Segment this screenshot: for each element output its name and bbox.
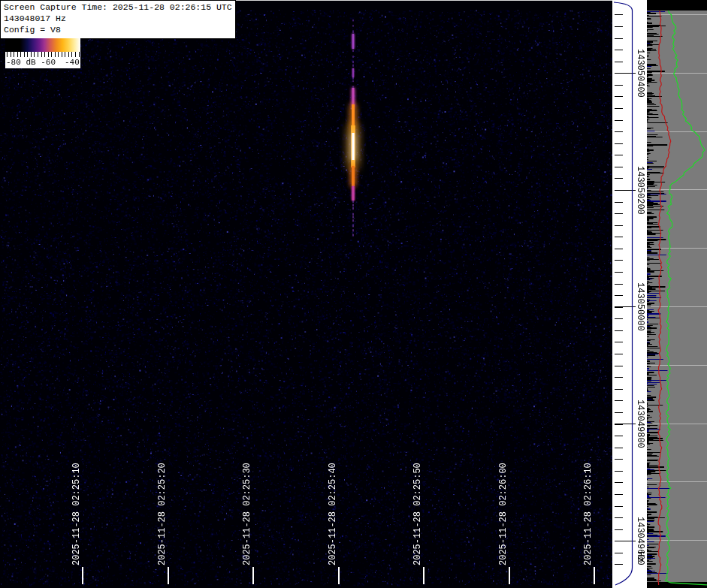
time-label: 2025-11-28 02:25:40 — [328, 463, 338, 565]
time-tick — [82, 567, 83, 584]
freq-label: 143050200 — [635, 166, 645, 215]
freq-label: 143050400 — [635, 49, 645, 98]
time-tick — [509, 567, 510, 584]
meteor-scatter-screen-capture: 2025-11-28 02:25:102025-11-28 02:25:2020… — [0, 0, 707, 588]
time-label: 2025-11-28 02:25:10 — [71, 463, 82, 565]
spectrum-canvas — [647, 0, 707, 588]
time-label: 2025-11-28 02:26:00 — [498, 463, 509, 565]
time-tick — [423, 567, 425, 584]
frequency-axis: 1430504001430502001430500001430498001430… — [612, 0, 647, 588]
legend-db-label: -40 — [65, 57, 80, 68]
time-label: 2025-11-28 02:26:10 — [583, 463, 594, 565]
legend-db-label: -80 dB -60 — [6, 57, 56, 68]
time-tick — [168, 567, 169, 584]
live-spectrum-panel — [647, 0, 707, 588]
freq-label: 143049800 — [635, 400, 645, 448]
time-label: 2025-11-28 02:25:30 — [242, 463, 252, 565]
config-text: Config = V8 — [4, 24, 233, 35]
waterfall-spectrogram: 2025-11-28 02:25:102025-11-28 02:25:2020… — [0, 0, 612, 588]
info-box: Screen Capture Time: 2025-11-28 02:26:15… — [0, 0, 236, 39]
time-label: 2025-11-28 02:25:50 — [412, 463, 423, 565]
spectrogram-canvas — [0, 1, 612, 588]
time-tick — [594, 567, 595, 584]
freq-label: 143050000 — [635, 282, 645, 331]
color-scale-legend: -80 dB -60-40 — [5, 38, 80, 68]
freq-unit-label: Hz — [635, 551, 645, 562]
legend-tick-marks — [7, 52, 80, 57]
capture-time-text: Screen Capture Time: 2025-11-28 02:26:15… — [4, 2, 233, 13]
time-tick — [338, 567, 340, 584]
time-label: 2025-11-28 02:25:20 — [157, 463, 168, 565]
time-tick — [252, 567, 254, 584]
legend-scale-labels: -80 dB -60-40 — [5, 57, 80, 68]
legend-gradient-bar — [5, 38, 80, 52]
center-frequency-text: 143048017 Hz — [4, 13, 233, 24]
